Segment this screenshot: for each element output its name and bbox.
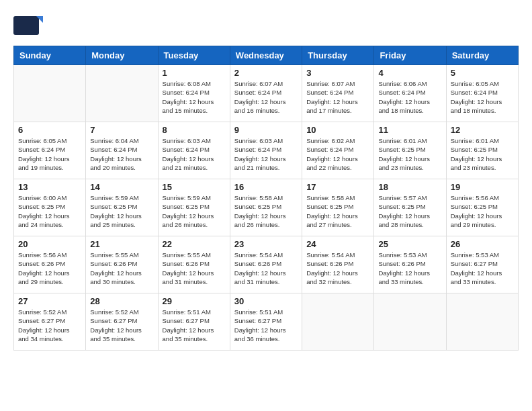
day-info: Sunrise: 5:58 AM Sunset: 6:25 PM Dayligh… bbox=[306, 193, 369, 229]
page-header bbox=[13, 13, 519, 39]
day-info: Sunrise: 6:00 AM Sunset: 6:25 PM Dayligh… bbox=[18, 193, 81, 229]
day-number: 2 bbox=[234, 68, 298, 78]
logo bbox=[13, 13, 46, 39]
day-info: Sunrise: 6:04 AM Sunset: 6:24 PM Dayligh… bbox=[90, 136, 153, 172]
day-info: Sunrise: 6:03 AM Sunset: 6:24 PM Dayligh… bbox=[234, 136, 298, 172]
calendar-week-3: 13Sunrise: 6:00 AM Sunset: 6:25 PM Dayli… bbox=[14, 179, 519, 236]
column-header-monday: Monday bbox=[86, 46, 158, 65]
calendar-header-row: SundayMondayTuesdayWednesdayThursdayFrid… bbox=[14, 46, 519, 65]
calendar-cell bbox=[374, 293, 446, 351]
day-info: Sunrise: 5:51 AM Sunset: 6:27 PM Dayligh… bbox=[163, 308, 226, 343]
day-number: 10 bbox=[306, 125, 369, 135]
calendar-cell: 1Sunrise: 6:08 AM Sunset: 6:24 PM Daylig… bbox=[158, 65, 230, 122]
calendar-cell: 13Sunrise: 6:00 AM Sunset: 6:25 PM Dayli… bbox=[14, 179, 86, 236]
calendar-cell: 12Sunrise: 6:01 AM Sunset: 6:25 PM Dayli… bbox=[446, 122, 518, 179]
day-number: 5 bbox=[451, 68, 514, 78]
day-number: 26 bbox=[451, 239, 514, 249]
column-header-saturday: Saturday bbox=[446, 46, 518, 65]
calendar-cell: 28Sunrise: 5:52 AM Sunset: 6:27 PM Dayli… bbox=[86, 293, 158, 351]
calendar-cell: 24Sunrise: 5:54 AM Sunset: 6:26 PM Dayli… bbox=[302, 236, 374, 293]
day-number: 4 bbox=[378, 68, 441, 78]
day-info: Sunrise: 6:07 AM Sunset: 6:24 PM Dayligh… bbox=[234, 79, 298, 115]
day-info: Sunrise: 5:51 AM Sunset: 6:27 PM Dayligh… bbox=[234, 308, 298, 343]
day-number: 23 bbox=[234, 239, 298, 249]
calendar-cell: 23Sunrise: 5:54 AM Sunset: 6:26 PM Dayli… bbox=[230, 236, 302, 293]
day-number: 20 bbox=[18, 239, 81, 249]
day-number: 24 bbox=[306, 239, 369, 249]
calendar-cell: 19Sunrise: 5:56 AM Sunset: 6:25 PM Dayli… bbox=[446, 179, 518, 236]
day-number: 28 bbox=[90, 296, 153, 306]
day-number: 30 bbox=[234, 296, 298, 306]
calendar-week-2: 6Sunrise: 6:05 AM Sunset: 6:24 PM Daylig… bbox=[14, 122, 519, 179]
day-info: Sunrise: 6:07 AM Sunset: 6:24 PM Dayligh… bbox=[306, 79, 369, 115]
calendar-cell: 14Sunrise: 5:59 AM Sunset: 6:25 PM Dayli… bbox=[86, 179, 158, 236]
day-info: Sunrise: 6:05 AM Sunset: 6:24 PM Dayligh… bbox=[18, 136, 81, 172]
day-number: 27 bbox=[18, 296, 81, 306]
day-info: Sunrise: 5:56 AM Sunset: 6:26 PM Dayligh… bbox=[18, 250, 81, 286]
day-number: 19 bbox=[451, 182, 514, 192]
column-header-wednesday: Wednesday bbox=[230, 46, 302, 65]
day-info: Sunrise: 6:01 AM Sunset: 6:25 PM Dayligh… bbox=[451, 136, 514, 172]
calendar-cell: 6Sunrise: 6:05 AM Sunset: 6:24 PM Daylig… bbox=[14, 122, 86, 179]
day-number: 15 bbox=[163, 182, 226, 192]
day-info: Sunrise: 5:53 AM Sunset: 6:27 PM Dayligh… bbox=[451, 250, 514, 286]
day-info: Sunrise: 5:53 AM Sunset: 6:26 PM Dayligh… bbox=[378, 250, 441, 286]
day-info: Sunrise: 5:52 AM Sunset: 6:27 PM Dayligh… bbox=[90, 308, 153, 343]
calendar-cell: 22Sunrise: 5:55 AM Sunset: 6:26 PM Dayli… bbox=[158, 236, 230, 293]
column-header-sunday: Sunday bbox=[14, 46, 86, 65]
day-info: Sunrise: 5:54 AM Sunset: 6:26 PM Dayligh… bbox=[306, 250, 369, 286]
day-info: Sunrise: 5:54 AM Sunset: 6:26 PM Dayligh… bbox=[234, 250, 298, 286]
day-number: 21 bbox=[90, 239, 153, 249]
calendar-cell: 26Sunrise: 5:53 AM Sunset: 6:27 PM Dayli… bbox=[446, 236, 518, 293]
calendar-cell: 18Sunrise: 5:57 AM Sunset: 6:25 PM Dayli… bbox=[374, 179, 446, 236]
day-info: Sunrise: 5:52 AM Sunset: 6:27 PM Dayligh… bbox=[18, 308, 81, 343]
calendar-week-1: 1Sunrise: 6:08 AM Sunset: 6:24 PM Daylig… bbox=[14, 65, 519, 122]
calendar-cell: 3Sunrise: 6:07 AM Sunset: 6:24 PM Daylig… bbox=[302, 65, 374, 122]
day-number: 6 bbox=[18, 125, 81, 135]
day-info: Sunrise: 6:06 AM Sunset: 6:24 PM Dayligh… bbox=[378, 79, 441, 115]
column-header-tuesday: Tuesday bbox=[158, 46, 230, 65]
calendar-cell bbox=[302, 293, 374, 351]
day-info: Sunrise: 5:59 AM Sunset: 6:25 PM Dayligh… bbox=[90, 193, 153, 229]
day-number: 18 bbox=[378, 182, 441, 192]
calendar-cell: 29Sunrise: 5:51 AM Sunset: 6:27 PM Dayli… bbox=[158, 293, 230, 351]
day-number: 9 bbox=[234, 125, 298, 135]
day-info: Sunrise: 5:56 AM Sunset: 6:25 PM Dayligh… bbox=[451, 193, 514, 229]
day-number: 25 bbox=[378, 239, 441, 249]
calendar-cell: 11Sunrise: 6:01 AM Sunset: 6:25 PM Dayli… bbox=[374, 122, 446, 179]
calendar-cell: 16Sunrise: 5:58 AM Sunset: 6:25 PM Dayli… bbox=[230, 179, 302, 236]
day-number: 17 bbox=[306, 182, 369, 192]
day-info: Sunrise: 5:58 AM Sunset: 6:25 PM Dayligh… bbox=[234, 193, 298, 229]
day-number: 29 bbox=[163, 296, 226, 306]
column-header-friday: Friday bbox=[374, 46, 446, 65]
day-info: Sunrise: 6:03 AM Sunset: 6:24 PM Dayligh… bbox=[163, 136, 226, 172]
day-number: 22 bbox=[163, 239, 226, 249]
day-info: Sunrise: 5:59 AM Sunset: 6:25 PM Dayligh… bbox=[163, 193, 226, 229]
calendar-cell: 2Sunrise: 6:07 AM Sunset: 6:24 PM Daylig… bbox=[230, 65, 302, 122]
day-info: Sunrise: 6:02 AM Sunset: 6:24 PM Dayligh… bbox=[306, 136, 369, 172]
logo-icon bbox=[13, 13, 43, 39]
day-info: Sunrise: 5:55 AM Sunset: 6:26 PM Dayligh… bbox=[163, 250, 226, 286]
day-number: 13 bbox=[18, 182, 81, 192]
calendar-cell: 15Sunrise: 5:59 AM Sunset: 6:25 PM Dayli… bbox=[158, 179, 230, 236]
day-info: Sunrise: 6:08 AM Sunset: 6:24 PM Dayligh… bbox=[163, 79, 226, 115]
calendar-cell: 9Sunrise: 6:03 AM Sunset: 6:24 PM Daylig… bbox=[230, 122, 302, 179]
calendar-cell: 8Sunrise: 6:03 AM Sunset: 6:24 PM Daylig… bbox=[158, 122, 230, 179]
svg-rect-0 bbox=[13, 16, 39, 35]
calendar-cell: 27Sunrise: 5:52 AM Sunset: 6:27 PM Dayli… bbox=[14, 293, 86, 351]
calendar-week-4: 20Sunrise: 5:56 AM Sunset: 6:26 PM Dayli… bbox=[14, 236, 519, 293]
calendar-cell: 30Sunrise: 5:51 AM Sunset: 6:27 PM Dayli… bbox=[230, 293, 302, 351]
calendar-cell: 4Sunrise: 6:06 AM Sunset: 6:24 PM Daylig… bbox=[374, 65, 446, 122]
calendar-cell: 17Sunrise: 5:58 AM Sunset: 6:25 PM Dayli… bbox=[302, 179, 374, 236]
column-header-thursday: Thursday bbox=[302, 46, 374, 65]
day-number: 3 bbox=[306, 68, 369, 78]
calendar-week-5: 27Sunrise: 5:52 AM Sunset: 6:27 PM Dayli… bbox=[14, 293, 519, 351]
day-number: 7 bbox=[90, 125, 153, 135]
day-info: Sunrise: 5:55 AM Sunset: 6:26 PM Dayligh… bbox=[90, 250, 153, 286]
calendar-cell: 20Sunrise: 5:56 AM Sunset: 6:26 PM Dayli… bbox=[14, 236, 86, 293]
calendar-cell bbox=[86, 65, 158, 122]
day-info: Sunrise: 6:05 AM Sunset: 6:24 PM Dayligh… bbox=[451, 79, 514, 115]
day-info: Sunrise: 5:57 AM Sunset: 6:25 PM Dayligh… bbox=[378, 193, 441, 229]
calendar-cell bbox=[446, 293, 518, 351]
calendar-table: SundayMondayTuesdayWednesdayThursdayFrid… bbox=[13, 46, 519, 351]
